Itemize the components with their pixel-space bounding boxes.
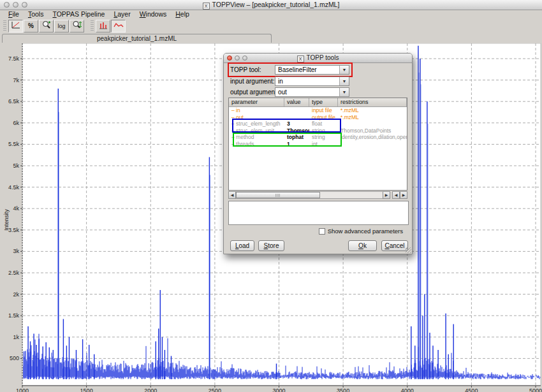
parameter-row-struc_elem_unit[interactable]: – struc_elem_unitThomsonstringThomson,Da…	[229, 127, 407, 134]
svg-text:2k: 2k	[13, 291, 19, 298]
dialog-icon: X	[297, 55, 304, 62]
menu-file[interactable]: File	[4, 10, 24, 18]
cell-restrictions: identity,erosion,dilation,open	[338, 134, 407, 141]
log-icon: log	[57, 23, 65, 29]
svg-text:4000: 4000	[401, 388, 414, 392]
cell-type: int	[309, 141, 338, 148]
menubar: FileToolsTOPPAS PipelineLayerWindowsHelp	[0, 10, 542, 18]
dialog-resize-grip[interactable]	[406, 247, 411, 253]
magnifier-reset-icon	[41, 20, 51, 32]
menu-tools[interactable]: Tools	[24, 10, 48, 18]
parameter-row-struc_elem_length[interactable]: – struc_elem_length3float	[229, 120, 407, 127]
cell-value	[284, 107, 309, 114]
cell-restrictions: *.mzML	[338, 107, 407, 114]
parameter-row-out[interactable]: – outoutput file*.mzML	[229, 114, 407, 121]
intensity-percentage-button[interactable]: %	[24, 20, 38, 33]
parameter-table-body[interactable]: – ininput file*.mzML– outoutput file*.mz…	[229, 107, 407, 147]
cell-parameter: – threads	[229, 141, 284, 148]
input-argument-label: input argument:	[230, 78, 275, 85]
cell-restrictions	[338, 141, 407, 148]
app-icon: X	[203, 3, 210, 10]
parameter-table[interactable]: parametervaluetyperestrictions – ininput…	[228, 98, 407, 191]
parameter-table-header[interactable]: parametervaluetyperestrictions	[229, 98, 407, 107]
tab-peakpicker-tutorial[interactable]: peakpicker_tutorial_1.mzML	[2, 34, 272, 43]
parameter-description-box	[228, 201, 409, 225]
svg-text:3500: 3500	[337, 388, 349, 392]
topp-tool-label: TOPP tool:	[230, 66, 261, 73]
dialog-titlebar[interactable]: XTOPP tools	[224, 54, 412, 63]
log-intensity-button[interactable]: log	[54, 20, 69, 33]
scroll-right-icon[interactable]: ▶	[383, 191, 390, 199]
cell-type: string	[309, 127, 338, 134]
scroll-left-icon[interactable]: ◀	[228, 191, 236, 199]
show-axes-button[interactable]	[8, 20, 23, 33]
window-titlebar[interactable]: XTOPPView – [peakpicker_tutorial_1.mzML]	[0, 0, 542, 10]
topp-tools-dialog: XTOPP tools TOPP tool: BaselineFilter ▼ …	[223, 53, 413, 254]
ok-button[interactable]: Ok	[348, 240, 377, 251]
draw-continuous-line-button[interactable]	[111, 20, 126, 33]
column-header-parameter[interactable]: parameter	[229, 98, 284, 106]
reset-zoom-button[interactable]	[39, 20, 54, 33]
parameter-row-in[interactable]: – ininput file*.mzML	[229, 107, 407, 114]
cell-type: input file	[309, 107, 338, 114]
svg-text:2000: 2000	[144, 388, 157, 392]
draw-sticks-button[interactable]	[96, 20, 110, 33]
toolbar-grip[interactable]	[91, 20, 94, 32]
zoom-stepper-button[interactable]	[70, 20, 84, 33]
svg-text:4.5k: 4.5k	[8, 184, 20, 191]
menu-layer[interactable]: Layer	[109, 10, 135, 18]
cell-type: string	[309, 134, 338, 141]
toolbar-grip[interactable]	[3, 20, 6, 32]
column-header-value[interactable]: value	[284, 98, 309, 106]
svg-text:7k: 7k	[13, 77, 19, 83]
cell-value: 3	[284, 120, 309, 127]
cell-restrictions: Thomson,DataPoints	[338, 127, 407, 134]
output-argument-select[interactable]: out ▼	[275, 87, 349, 97]
menu-toppas-pipeline[interactable]: TOPPAS Pipeline	[48, 10, 109, 18]
percentage-icon: %	[28, 22, 34, 29]
svg-text:500: 500	[10, 355, 19, 361]
topp-tool-select[interactable]: BaselineFilter ▼	[275, 65, 349, 75]
chevron-down-icon[interactable]: ▼	[339, 88, 349, 96]
svg-text:3k: 3k	[13, 248, 19, 254]
column-header-restrictions[interactable]: restrictions	[338, 98, 407, 106]
show-advanced-label: Show advanced parameters	[328, 228, 403, 235]
axes-icon	[11, 20, 20, 32]
cell-restrictions: *.mzML	[338, 114, 407, 121]
svg-text:5000: 5000	[529, 388, 542, 392]
chevron-down-icon[interactable]: ▼	[339, 66, 349, 74]
parameter-row-method[interactable]: – methodtophatstringidentity,erosion,dil…	[229, 134, 407, 141]
column-scroll-right-icon[interactable]: ▶	[400, 191, 407, 199]
dialog-title: XTOPP tools	[224, 54, 412, 62]
window-title: XTOPPView – [peakpicker_tutorial_1.mzML]	[0, 1, 542, 10]
menu-help[interactable]: Help	[171, 10, 194, 18]
svg-text:5k: 5k	[13, 163, 19, 169]
table-horizontal-scrollbar[interactable]: ◀ ▶ ◀ ▶	[228, 191, 407, 199]
menu-windows[interactable]: Windows	[135, 10, 172, 18]
store-button[interactable]: Store	[258, 240, 284, 251]
svg-text:1k: 1k	[13, 334, 19, 340]
load-button[interactable]: Load	[230, 240, 254, 251]
output-argument-label: output argument:	[230, 89, 279, 96]
cancel-button[interactable]: Cancel	[381, 240, 408, 251]
parameter-row-threads[interactable]: – threads1int	[229, 141, 407, 148]
sticks-plot-icon	[98, 20, 108, 32]
cell-parameter: – out	[229, 114, 284, 121]
svg-text:6.5k: 6.5k	[8, 98, 20, 105]
svg-text:3000: 3000	[272, 388, 285, 392]
scrollbar-thumb[interactable]	[236, 192, 320, 198]
input-argument-select[interactable]: in ▼	[275, 76, 349, 86]
cell-parameter: – struc_elem_unit	[229, 127, 284, 134]
cell-value	[284, 114, 309, 121]
advanced-parameters-row: Show advanced parameters	[319, 228, 403, 235]
svg-text:1000: 1000	[16, 388, 29, 392]
column-header-type[interactable]: type	[309, 98, 338, 106]
chevron-down-icon[interactable]: ▼	[339, 77, 349, 85]
scrollbar-track[interactable]	[236, 191, 383, 199]
svg-text:5.5k: 5.5k	[8, 141, 20, 147]
cell-value: 1	[284, 141, 309, 148]
show-advanced-checkbox[interactable]	[319, 228, 325, 235]
column-scroll-left-icon[interactable]: ◀	[392, 191, 400, 199]
toolbar: %log	[0, 18, 542, 33]
cell-type: output file	[309, 114, 338, 121]
